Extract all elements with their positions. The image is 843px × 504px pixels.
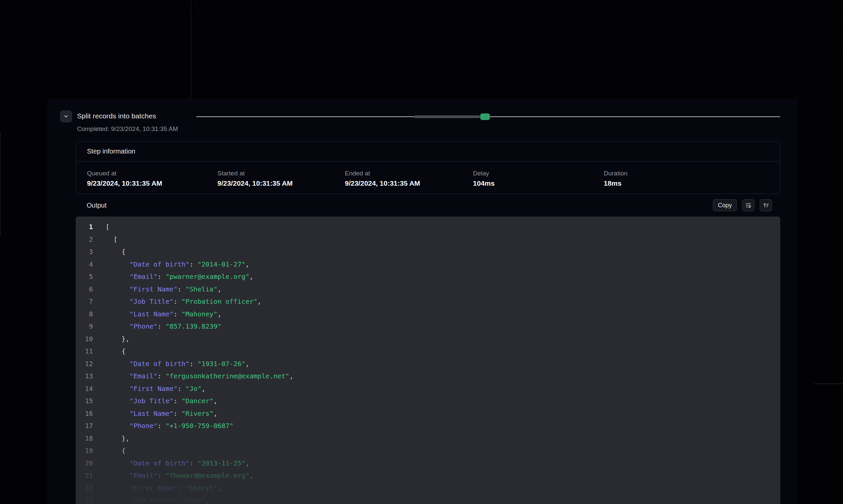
line-number: 4 [76,258,93,271]
code-line: 2 [ [76,233,780,246]
line-number: 11 [76,345,93,358]
code-lines: 1[2 [3 {4 "Date of birth": "2014-01-27",… [76,217,780,504]
step-info-fields: Queued at9/23/2024, 10:31:35 AMStarted a… [76,161,780,194]
output-title: Output [87,202,106,209]
line-content: { [93,345,125,358]
line-content: { [93,445,125,457]
copy-button[interactable]: Copy [713,199,737,211]
line-number: 14 [76,383,93,395]
line-content: "First Name": "Sheryl", [93,482,221,495]
line-number: 6 [76,283,93,296]
line-number: 1 [76,221,93,233]
line-content: "Last Name": "Rivers", [93,408,218,420]
code-line: 8 "Last Name": "Mahoney", [76,308,780,321]
line-number: 22 [76,482,93,495]
field-value: 9/23/2024, 10:31:35 AM [218,179,345,187]
line-number: 2 [76,233,93,246]
chevron-down-icon [63,114,69,119]
code-line: 14 "First Name": "Jo", [76,383,780,395]
line-content: { [93,246,125,258]
line-content: "Last Name": "Mahoney", [93,308,221,321]
line-content: }, [93,333,130,345]
line-content: "Job Title": "Probation officer", [93,295,261,308]
code-line: 7 "Job Title": "Probation officer", [76,295,780,308]
line-number: 21 [76,469,93,482]
line-content: "Job Title": "Dancer", [93,395,218,408]
code-line: 9 "Phone": "857.139.8239" [76,320,780,333]
line-number: 17 [76,420,93,432]
step-info-field: Delay104ms [473,169,604,187]
line-number: 20 [76,457,93,470]
line-number: 13 [76,370,93,383]
line-content: "Email": "pwarner@example.org", [93,271,254,283]
line-number: 19 [76,445,93,457]
wrap-text-button[interactable] [742,199,754,211]
code-line: 5 "Email": "pwarner@example.org", [76,271,780,283]
code-line: 13 "Email": "fergusonkatherine@example.n… [76,370,780,383]
output-header-row: Output Copy [76,194,780,217]
line-content: "Email": "fergusonkatherine@example.net"… [93,370,293,383]
step-info-field: Duration18ms [604,169,769,187]
code-line: 18 }, [76,432,780,445]
line-content: "Date of birth": "2013-11-25", [93,457,250,470]
step-information-card: Step information Queued at9/23/2024, 10:… [76,141,780,194]
output-code-viewer[interactable]: 1[2 [3 {4 "Date of birth": "2014-01-27",… [76,217,780,504]
line-number: 12 [76,358,93,371]
step-completed-timestamp: Completed: 9/23/2024, 10:31:35 AM [77,125,178,133]
code-line: 15 "Job Title": "Dancer", [76,395,780,408]
line-number: 3 [76,246,93,258]
code-line: 11 { [76,345,780,358]
line-number: 23 [76,494,93,504]
code-line: 10 }, [76,333,780,345]
background-vertical-line [191,0,191,98]
line-content: "Date of birth": "1931-07-26", [93,358,250,371]
line-content: "First Name": "Shelia", [93,283,221,296]
code-line: 19 { [76,445,780,457]
step-info-field: Ended at9/23/2024, 10:31:35 AM [345,169,473,187]
line-content: }, [93,432,130,445]
code-line: 17 "Phone": "+1-950-759-8687" [76,420,780,432]
step-info-field: Queued at9/23/2024, 10:31:35 AM [87,169,218,187]
step-information-header: Step information [76,142,780,161]
collapse-step-button[interactable] [60,110,72,122]
field-label: Ended at [345,169,473,177]
code-line: 4 "Date of birth": "2014-01-27", [76,258,780,271]
code-line: 1[ [76,221,780,233]
sort-ascending-button[interactable] [760,199,772,211]
line-number: 9 [76,320,93,333]
line-content: [ [93,233,118,246]
line-number: 5 [76,271,93,283]
line-number: 7 [76,295,93,308]
timeline-thumb[interactable] [480,113,490,120]
background-right-line [814,384,843,384]
code-line: 20 "Date of birth": "2013-11-25", [76,457,780,470]
line-content: "First Name": "Jo", [93,383,205,395]
step-info-field: Started at9/23/2024, 10:31:35 AM [218,169,345,187]
code-line: 12 "Date of birth": "1931-07-26", [76,358,780,371]
code-line: 22 "First Name": "Sheryl", [76,482,780,495]
line-number: 8 [76,308,93,321]
run-detail-panel: Split records into batches Completed: 9/… [47,98,798,504]
field-label: Delay [473,169,604,177]
code-line: 23 "Job Title": "Copy", [76,494,780,504]
field-value: 9/23/2024, 10:31:35 AM [87,179,218,187]
run-timeline[interactable] [196,113,780,120]
wrap-text-icon [745,202,752,209]
line-number: 18 [76,432,93,445]
line-content: "Date of birth": "2014-01-27", [93,258,250,271]
code-line: 21 "Email": "fhoward@example.org", [76,469,780,482]
field-value: 18ms [604,179,769,187]
field-value: 9/23/2024, 10:31:35 AM [345,179,473,187]
line-content: "Job Title": "Copy", [93,494,209,504]
code-line: 6 "First Name": "Shelia", [76,283,780,296]
line-number: 10 [76,333,93,345]
line-content: "Phone": "857.139.8239" [93,320,221,333]
line-content: [ [93,221,109,233]
sort-ascending-icon [763,202,769,209]
code-line: 16 "Last Name": "Rivers", [76,408,780,420]
background-left-line [0,133,1,235]
field-label: Duration [604,169,769,177]
field-label: Queued at [87,169,218,177]
output-actions: Copy [713,199,772,211]
timeline-step-range [414,115,480,118]
